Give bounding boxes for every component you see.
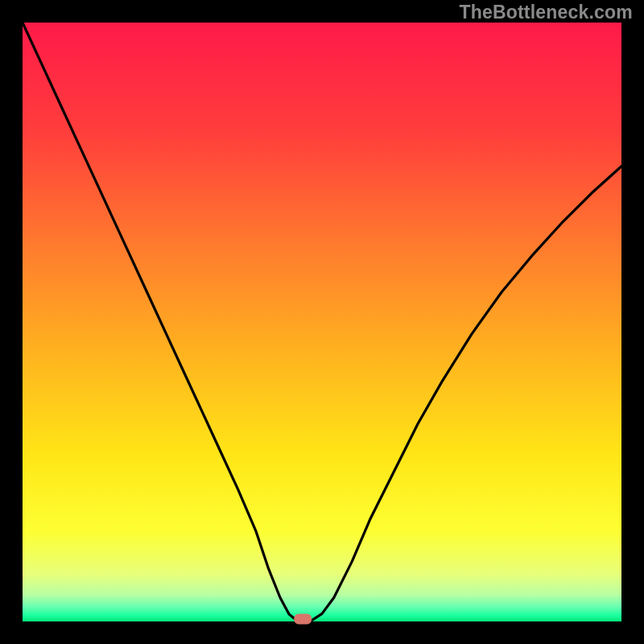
bottleneck-chart: [0, 0, 644, 644]
optimum-marker: [294, 614, 312, 625]
plot-background: [23, 23, 621, 621]
watermark-text: TheBottleneck.com: [459, 2, 633, 23]
chart-container: TheBottleneck.com: [0, 0, 644, 644]
